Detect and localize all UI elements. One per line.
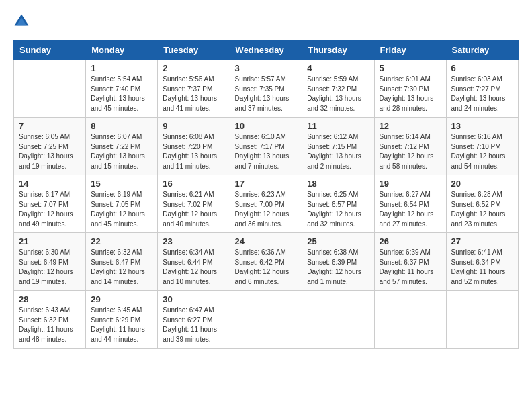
calendar-cell: 23Sunrise: 6:34 AM Sunset: 6:44 PM Dayli… xyxy=(158,233,230,291)
day-info: Sunrise: 6:19 AM Sunset: 7:05 PM Dayligh… xyxy=(91,190,152,229)
day-number: 8 xyxy=(91,121,152,131)
weekday-header-cell: Friday xyxy=(374,41,446,60)
day-number: 7 xyxy=(19,121,81,131)
weekday-header-cell: Sunday xyxy=(14,41,86,60)
day-info: Sunrise: 6:08 AM Sunset: 7:20 PM Dayligh… xyxy=(163,132,224,171)
logo xyxy=(13,13,32,30)
day-number: 1 xyxy=(91,63,152,73)
calendar-cell: 15Sunrise: 6:19 AM Sunset: 7:05 PM Dayli… xyxy=(86,175,158,233)
calendar-cell: 19Sunrise: 6:27 AM Sunset: 6:54 PM Dayli… xyxy=(374,175,446,233)
day-number: 28 xyxy=(19,294,81,304)
day-info: Sunrise: 6:16 AM Sunset: 7:10 PM Dayligh… xyxy=(451,132,513,171)
day-number: 13 xyxy=(451,121,513,131)
day-number: 30 xyxy=(163,294,224,304)
day-info: Sunrise: 6:12 AM Sunset: 7:15 PM Dayligh… xyxy=(307,132,369,171)
day-number: 24 xyxy=(235,236,298,246)
weekday-header-cell: Thursday xyxy=(302,41,374,60)
day-number: 14 xyxy=(19,179,81,189)
calendar-cell: 18Sunrise: 6:25 AM Sunset: 6:57 PM Dayli… xyxy=(302,175,374,233)
calendar-cell: 28Sunrise: 6:43 AM Sunset: 6:32 PM Dayli… xyxy=(14,291,86,349)
day-number: 27 xyxy=(451,236,513,246)
day-info: Sunrise: 5:54 AM Sunset: 7:40 PM Dayligh… xyxy=(91,75,152,113)
day-number: 10 xyxy=(235,121,298,131)
calendar-cell: 12Sunrise: 6:14 AM Sunset: 7:12 PM Dayli… xyxy=(374,118,446,175)
calendar-cell: 2Sunrise: 5:56 AM Sunset: 7:37 PM Daylig… xyxy=(158,60,230,118)
day-info: Sunrise: 6:10 AM Sunset: 7:17 PM Dayligh… xyxy=(235,132,298,171)
calendar-cell: 1Sunrise: 5:54 AM Sunset: 7:40 PM Daylig… xyxy=(86,60,158,118)
day-info: Sunrise: 6:25 AM Sunset: 6:57 PM Dayligh… xyxy=(307,190,369,229)
weekday-header-row: SundayMondayTuesdayWednesdayThursdayFrid… xyxy=(14,41,519,60)
calendar-cell: 13Sunrise: 6:16 AM Sunset: 7:10 PM Dayli… xyxy=(446,118,518,175)
calendar-cell xyxy=(302,291,374,349)
calendar-cell: 14Sunrise: 6:17 AM Sunset: 7:07 PM Dayli… xyxy=(14,175,86,233)
day-info: Sunrise: 6:28 AM Sunset: 6:52 PM Dayligh… xyxy=(451,190,513,229)
day-info: Sunrise: 5:56 AM Sunset: 7:37 PM Dayligh… xyxy=(163,75,224,113)
calendar-cell: 11Sunrise: 6:12 AM Sunset: 7:15 PM Dayli… xyxy=(302,118,374,175)
day-info: Sunrise: 6:03 AM Sunset: 7:27 PM Dayligh… xyxy=(451,75,513,113)
day-number: 5 xyxy=(380,63,441,73)
calendar-cell: 17Sunrise: 6:23 AM Sunset: 7:00 PM Dayli… xyxy=(230,175,302,233)
calendar-cell xyxy=(446,291,518,349)
day-number: 11 xyxy=(307,121,369,131)
calendar-cell xyxy=(230,291,302,349)
weekday-header-cell: Wednesday xyxy=(230,41,302,60)
day-number: 12 xyxy=(380,121,441,131)
day-info: Sunrise: 5:59 AM Sunset: 7:32 PM Dayligh… xyxy=(307,75,369,113)
calendar-week-row: 1Sunrise: 5:54 AM Sunset: 7:40 PM Daylig… xyxy=(14,60,519,118)
day-info: Sunrise: 6:36 AM Sunset: 6:42 PM Dayligh… xyxy=(235,248,298,287)
day-number: 26 xyxy=(380,236,441,246)
day-info: Sunrise: 6:32 AM Sunset: 6:47 PM Dayligh… xyxy=(91,248,152,287)
day-number: 29 xyxy=(91,294,152,304)
calendar-week-row: 7Sunrise: 6:05 AM Sunset: 7:25 PM Daylig… xyxy=(14,118,519,175)
calendar-cell: 9Sunrise: 6:08 AM Sunset: 7:20 PM Daylig… xyxy=(158,118,230,175)
page-header xyxy=(13,13,519,30)
weekday-header-cell: Tuesday xyxy=(158,41,230,60)
calendar-cell: 5Sunrise: 6:01 AM Sunset: 7:30 PM Daylig… xyxy=(374,60,446,118)
calendar-cell: 7Sunrise: 6:05 AM Sunset: 7:25 PM Daylig… xyxy=(14,118,86,175)
day-info: Sunrise: 5:57 AM Sunset: 7:35 PM Dayligh… xyxy=(235,75,298,113)
calendar-cell: 24Sunrise: 6:36 AM Sunset: 6:42 PM Dayli… xyxy=(230,233,302,291)
calendar-cell: 10Sunrise: 6:10 AM Sunset: 7:17 PM Dayli… xyxy=(230,118,302,175)
day-info: Sunrise: 6:27 AM Sunset: 6:54 PM Dayligh… xyxy=(380,190,441,229)
calendar-body: 1Sunrise: 5:54 AM Sunset: 7:40 PM Daylig… xyxy=(14,60,519,349)
day-number: 9 xyxy=(163,121,224,131)
day-number: 2 xyxy=(163,63,224,73)
day-info: Sunrise: 6:21 AM Sunset: 7:02 PM Dayligh… xyxy=(163,190,224,229)
day-number: 3 xyxy=(235,63,298,73)
calendar-cell: 26Sunrise: 6:39 AM Sunset: 6:37 PM Dayli… xyxy=(374,233,446,291)
day-number: 4 xyxy=(307,63,369,73)
calendar-week-row: 14Sunrise: 6:17 AM Sunset: 7:07 PM Dayli… xyxy=(14,175,519,233)
day-info: Sunrise: 6:17 AM Sunset: 7:07 PM Dayligh… xyxy=(19,190,81,229)
weekday-header-cell: Monday xyxy=(86,41,158,60)
day-info: Sunrise: 6:14 AM Sunset: 7:12 PM Dayligh… xyxy=(380,132,441,171)
day-info: Sunrise: 6:38 AM Sunset: 6:39 PM Dayligh… xyxy=(307,248,369,287)
day-info: Sunrise: 6:07 AM Sunset: 7:22 PM Dayligh… xyxy=(91,132,152,171)
day-info: Sunrise: 6:41 AM Sunset: 6:34 PM Dayligh… xyxy=(451,248,513,287)
calendar-cell: 21Sunrise: 6:30 AM Sunset: 6:49 PM Dayli… xyxy=(14,233,86,291)
logo-icon xyxy=(13,13,30,30)
calendar-cell: 27Sunrise: 6:41 AM Sunset: 6:34 PM Dayli… xyxy=(446,233,518,291)
day-number: 17 xyxy=(235,179,298,189)
calendar-cell: 4Sunrise: 5:59 AM Sunset: 7:32 PM Daylig… xyxy=(302,60,374,118)
day-number: 20 xyxy=(451,179,513,189)
calendar-cell: 30Sunrise: 6:47 AM Sunset: 6:27 PM Dayli… xyxy=(158,291,230,349)
day-info: Sunrise: 6:01 AM Sunset: 7:30 PM Dayligh… xyxy=(380,75,441,113)
calendar-cell: 22Sunrise: 6:32 AM Sunset: 6:47 PM Dayli… xyxy=(86,233,158,291)
day-info: Sunrise: 6:34 AM Sunset: 6:44 PM Dayligh… xyxy=(163,248,224,287)
calendar-cell: 16Sunrise: 6:21 AM Sunset: 7:02 PM Dayli… xyxy=(158,175,230,233)
calendar-cell: 8Sunrise: 6:07 AM Sunset: 7:22 PM Daylig… xyxy=(86,118,158,175)
weekday-header-cell: Saturday xyxy=(446,41,518,60)
day-number: 19 xyxy=(380,179,441,189)
day-info: Sunrise: 6:30 AM Sunset: 6:49 PM Dayligh… xyxy=(19,248,81,287)
calendar-table: SundayMondayTuesdayWednesdayThursdayFrid… xyxy=(13,40,519,349)
day-number: 22 xyxy=(91,236,152,246)
day-number: 15 xyxy=(91,179,152,189)
day-number: 18 xyxy=(307,179,369,189)
calendar-cell: 25Sunrise: 6:38 AM Sunset: 6:39 PM Dayli… xyxy=(302,233,374,291)
day-number: 21 xyxy=(19,236,81,246)
day-info: Sunrise: 6:43 AM Sunset: 6:32 PM Dayligh… xyxy=(19,306,81,345)
day-number: 16 xyxy=(163,179,224,189)
day-info: Sunrise: 6:47 AM Sunset: 6:27 PM Dayligh… xyxy=(163,306,224,345)
calendar-cell: 6Sunrise: 6:03 AM Sunset: 7:27 PM Daylig… xyxy=(446,60,518,118)
calendar-cell: 20Sunrise: 6:28 AM Sunset: 6:52 PM Dayli… xyxy=(446,175,518,233)
